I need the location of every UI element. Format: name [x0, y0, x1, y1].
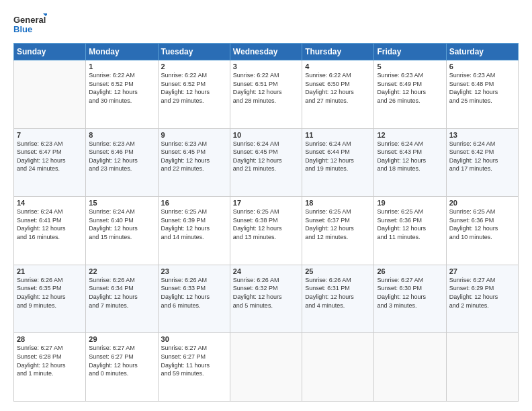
- day-number: 12: [377, 131, 443, 139]
- day-number: 26: [377, 267, 443, 275]
- day-info: Sunrise: 6:27 AM Sunset: 6:29 PM Dayligh…: [449, 276, 515, 310]
- day-info: Sunrise: 6:22 AM Sunset: 6:52 PM Dayligh…: [161, 71, 227, 105]
- day-info: Sunrise: 6:27 AM Sunset: 6:27 PM Dayligh…: [89, 344, 154, 377]
- calendar-cell: 16Sunrise: 6:25 AM Sunset: 6:39 PM Dayli…: [158, 197, 230, 265]
- calendar-cell: 22Sunrise: 6:26 AM Sunset: 6:34 PM Dayli…: [86, 265, 158, 333]
- day-info: Sunrise: 6:26 AM Sunset: 6:31 PM Dayligh…: [305, 276, 371, 310]
- svg-text:General: General: [13, 15, 46, 25]
- day-number: 9: [161, 131, 227, 139]
- calendar-cell: 24Sunrise: 6:26 AM Sunset: 6:32 PM Dayli…: [230, 265, 302, 333]
- day-info: Sunrise: 6:26 AM Sunset: 6:34 PM Dayligh…: [89, 276, 154, 310]
- calendar-cell: 11Sunrise: 6:24 AM Sunset: 6:44 PM Dayli…: [302, 128, 374, 197]
- day-info: Sunrise: 6:26 AM Sunset: 6:33 PM Dayligh…: [161, 276, 227, 310]
- day-number: 5: [377, 62, 443, 71]
- day-info: Sunrise: 6:27 AM Sunset: 6:30 PM Dayligh…: [377, 276, 443, 310]
- calendar-week-row: 21Sunrise: 6:26 AM Sunset: 6:35 PM Dayli…: [14, 265, 519, 333]
- day-info: Sunrise: 6:23 AM Sunset: 6:45 PM Dayligh…: [161, 140, 227, 173]
- calendar-cell: 6Sunrise: 6:23 AM Sunset: 6:48 PM Daylig…: [446, 60, 518, 129]
- day-info: Sunrise: 6:23 AM Sunset: 6:47 PM Dayligh…: [17, 140, 83, 173]
- calendar-cell: 1Sunrise: 6:22 AM Sunset: 6:52 PM Daylig…: [86, 60, 158, 129]
- day-number: 17: [233, 199, 299, 207]
- day-info: Sunrise: 6:23 AM Sunset: 6:49 PM Dayligh…: [377, 71, 443, 105]
- day-number: 1: [89, 62, 154, 71]
- day-info: Sunrise: 6:24 AM Sunset: 6:43 PM Dayligh…: [377, 140, 443, 173]
- calendar-cell: 9Sunrise: 6:23 AM Sunset: 6:45 PM Daylig…: [158, 128, 230, 197]
- calendar-cell: 8Sunrise: 6:23 AM Sunset: 6:46 PM Daylig…: [86, 128, 158, 197]
- day-number: 22: [89, 267, 154, 275]
- weekday-header: Thursday: [302, 44, 374, 60]
- day-number: 18: [305, 199, 371, 207]
- day-number: 16: [161, 199, 227, 207]
- day-number: 27: [449, 267, 515, 275]
- day-info: Sunrise: 6:25 AM Sunset: 6:38 PM Dayligh…: [233, 208, 299, 241]
- day-info: Sunrise: 6:25 AM Sunset: 6:36 PM Dayligh…: [449, 208, 515, 241]
- calendar-cell: 28Sunrise: 6:27 AM Sunset: 6:28 PM Dayli…: [14, 333, 86, 402]
- day-number: 29: [89, 335, 154, 343]
- day-number: 28: [17, 335, 83, 343]
- day-number: 6: [449, 62, 515, 71]
- calendar-week-row: 28Sunrise: 6:27 AM Sunset: 6:28 PM Dayli…: [14, 333, 519, 402]
- weekday-header: Saturday: [446, 44, 518, 60]
- day-number: 3: [233, 62, 299, 71]
- calendar-cell: 7Sunrise: 6:23 AM Sunset: 6:47 PM Daylig…: [14, 128, 86, 197]
- day-info: Sunrise: 6:23 AM Sunset: 6:48 PM Dayligh…: [449, 71, 515, 105]
- day-number: 14: [17, 199, 83, 207]
- day-info: Sunrise: 6:26 AM Sunset: 6:35 PM Dayligh…: [17, 276, 83, 310]
- calendar-cell: 30Sunrise: 6:27 AM Sunset: 6:27 PM Dayli…: [158, 333, 230, 402]
- weekday-header-row: SundayMondayTuesdayWednesdayThursdayFrid…: [14, 44, 519, 60]
- day-number: 11: [305, 131, 371, 139]
- calendar-week-row: 1Sunrise: 6:22 AM Sunset: 6:52 PM Daylig…: [14, 60, 519, 129]
- weekday-header: Tuesday: [158, 44, 230, 60]
- day-info: Sunrise: 6:26 AM Sunset: 6:32 PM Dayligh…: [233, 276, 299, 310]
- calendar-cell: 20Sunrise: 6:25 AM Sunset: 6:36 PM Dayli…: [446, 197, 518, 265]
- logo: General Blue: [13, 12, 47, 36]
- day-number: 7: [17, 131, 83, 139]
- day-number: 24: [233, 267, 299, 275]
- page: General Blue SundayMondayTuesdayWednesda…: [0, 0, 532, 411]
- day-number: 25: [305, 267, 371, 275]
- weekday-header: Wednesday: [230, 44, 302, 60]
- day-number: 30: [161, 335, 227, 343]
- day-number: 10: [233, 131, 299, 139]
- day-info: Sunrise: 6:22 AM Sunset: 6:51 PM Dayligh…: [233, 71, 299, 105]
- calendar-cell: 4Sunrise: 6:22 AM Sunset: 6:50 PM Daylig…: [302, 60, 374, 129]
- calendar-cell: 26Sunrise: 6:27 AM Sunset: 6:30 PM Dayli…: [374, 265, 446, 333]
- day-number: 15: [89, 199, 154, 207]
- calendar-cell: [446, 333, 518, 402]
- calendar-table: SundayMondayTuesdayWednesdayThursdayFrid…: [13, 43, 519, 402]
- calendar-cell: 12Sunrise: 6:24 AM Sunset: 6:43 PM Dayli…: [374, 128, 446, 197]
- day-info: Sunrise: 6:24 AM Sunset: 6:45 PM Dayligh…: [233, 140, 299, 173]
- day-info: Sunrise: 6:25 AM Sunset: 6:37 PM Dayligh…: [305, 208, 371, 241]
- calendar-cell: [374, 333, 446, 402]
- day-info: Sunrise: 6:22 AM Sunset: 6:52 PM Dayligh…: [89, 71, 154, 105]
- calendar-cell: 3Sunrise: 6:22 AM Sunset: 6:51 PM Daylig…: [230, 60, 302, 129]
- header: General Blue: [13, 12, 519, 36]
- logo-svg: General Blue: [13, 12, 47, 36]
- calendar-cell: 14Sunrise: 6:24 AM Sunset: 6:41 PM Dayli…: [14, 197, 86, 265]
- calendar-cell: 25Sunrise: 6:26 AM Sunset: 6:31 PM Dayli…: [302, 265, 374, 333]
- day-info: Sunrise: 6:27 AM Sunset: 6:27 PM Dayligh…: [161, 344, 227, 377]
- weekday-header: Friday: [374, 44, 446, 60]
- calendar-week-row: 14Sunrise: 6:24 AM Sunset: 6:41 PM Dayli…: [14, 197, 519, 265]
- weekday-header: Monday: [86, 44, 158, 60]
- calendar-cell: [230, 333, 302, 402]
- day-info: Sunrise: 6:24 AM Sunset: 6:41 PM Dayligh…: [17, 208, 83, 241]
- day-info: Sunrise: 6:23 AM Sunset: 6:46 PM Dayligh…: [89, 140, 154, 173]
- day-info: Sunrise: 6:24 AM Sunset: 6:40 PM Dayligh…: [89, 208, 154, 241]
- day-number: 23: [161, 267, 227, 275]
- day-number: 2: [161, 62, 227, 71]
- calendar-cell: 19Sunrise: 6:25 AM Sunset: 6:36 PM Dayli…: [374, 197, 446, 265]
- day-number: 19: [377, 199, 443, 207]
- calendar-cell: 5Sunrise: 6:23 AM Sunset: 6:49 PM Daylig…: [374, 60, 446, 129]
- calendar-cell: [302, 333, 374, 402]
- calendar-cell: 10Sunrise: 6:24 AM Sunset: 6:45 PM Dayli…: [230, 128, 302, 197]
- day-info: Sunrise: 6:27 AM Sunset: 6:28 PM Dayligh…: [17, 344, 83, 377]
- calendar-cell: 29Sunrise: 6:27 AM Sunset: 6:27 PM Dayli…: [86, 333, 158, 402]
- day-info: Sunrise: 6:25 AM Sunset: 6:39 PM Dayligh…: [161, 208, 227, 241]
- weekday-header: Sunday: [14, 44, 86, 60]
- calendar-cell: 18Sunrise: 6:25 AM Sunset: 6:37 PM Dayli…: [302, 197, 374, 265]
- day-info: Sunrise: 6:24 AM Sunset: 6:44 PM Dayligh…: [305, 140, 371, 173]
- calendar-week-row: 7Sunrise: 6:23 AM Sunset: 6:47 PM Daylig…: [14, 128, 519, 197]
- day-info: Sunrise: 6:25 AM Sunset: 6:36 PM Dayligh…: [377, 208, 443, 241]
- day-number: 8: [89, 131, 154, 139]
